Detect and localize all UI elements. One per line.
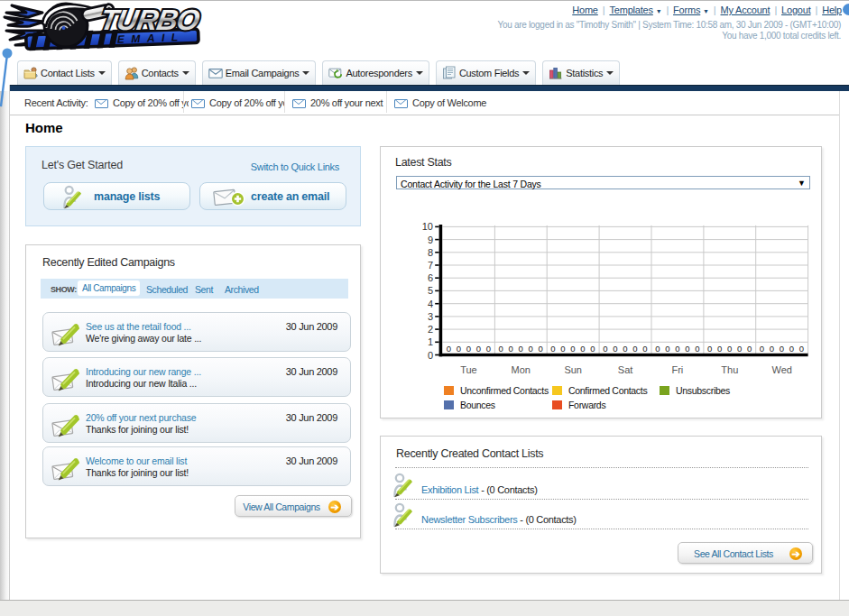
svg-text:Wed: Wed xyxy=(771,364,791,375)
svg-text:Tue: Tue xyxy=(460,364,477,375)
svg-text:0: 0 xyxy=(499,344,503,354)
svg-text:9: 9 xyxy=(428,234,433,245)
svg-text:0: 0 xyxy=(570,344,575,354)
svg-text:4: 4 xyxy=(428,299,433,309)
svg-text:0: 0 xyxy=(509,344,513,354)
svg-text:0: 0 xyxy=(789,344,794,354)
svg-text:10: 10 xyxy=(422,221,433,232)
svg-text:Unsubscribes: Unsubscribes xyxy=(676,385,730,396)
svg-text:1: 1 xyxy=(428,336,433,347)
svg-text:Forwards: Forwards xyxy=(568,400,605,410)
svg-text:TURBO: TURBO xyxy=(97,4,202,36)
svg-text:0: 0 xyxy=(685,344,689,354)
svg-text:3: 3 xyxy=(428,311,433,322)
svg-text:Fri: Fri xyxy=(671,364,683,375)
svg-text:0: 0 xyxy=(623,344,627,354)
svg-text:0: 0 xyxy=(590,344,595,354)
svg-text:0: 0 xyxy=(675,344,679,354)
svg-text:0: 0 xyxy=(613,344,617,354)
svg-text:0: 0 xyxy=(760,344,764,354)
svg-text:0: 0 xyxy=(770,344,774,354)
svg-text:0: 0 xyxy=(457,344,461,354)
svg-text:0: 0 xyxy=(717,344,722,354)
svg-text:6: 6 xyxy=(428,272,433,283)
svg-text:0: 0 xyxy=(655,344,660,354)
svg-text:0: 0 xyxy=(580,344,585,354)
svg-text:Thu: Thu xyxy=(721,364,738,375)
svg-text:0: 0 xyxy=(476,344,481,354)
svg-text:0: 0 xyxy=(665,344,669,354)
svg-text:8: 8 xyxy=(428,247,433,258)
svg-text:0: 0 xyxy=(428,350,433,361)
svg-text:0: 0 xyxy=(486,344,491,354)
svg-text:0: 0 xyxy=(780,344,784,354)
svg-text:0: 0 xyxy=(632,344,637,354)
svg-text:Bounces: Bounces xyxy=(460,400,495,410)
svg-text:Sat: Sat xyxy=(618,364,633,375)
svg-text:0: 0 xyxy=(447,344,451,354)
svg-text:0: 0 xyxy=(727,344,732,354)
svg-text:2: 2 xyxy=(428,324,433,335)
svg-text:Sun: Sun xyxy=(564,364,582,375)
svg-text:0: 0 xyxy=(519,344,523,354)
svg-text:0: 0 xyxy=(642,344,647,354)
svg-text:0: 0 xyxy=(695,344,699,354)
svg-text:0: 0 xyxy=(539,344,543,354)
svg-text:0: 0 xyxy=(799,344,804,354)
svg-text:Mon: Mon xyxy=(512,364,531,375)
svg-text:0: 0 xyxy=(707,344,712,354)
svg-text:7: 7 xyxy=(428,260,433,271)
svg-text:0: 0 xyxy=(747,344,752,354)
svg-text:5: 5 xyxy=(428,285,433,296)
svg-text:0: 0 xyxy=(603,344,607,354)
svg-text:0: 0 xyxy=(529,344,533,354)
svg-text:Confirmed Contacts: Confirmed Contacts xyxy=(568,385,647,396)
svg-text:0: 0 xyxy=(560,344,565,354)
svg-text:Unconfirmed Contacts: Unconfirmed Contacts xyxy=(460,385,549,396)
svg-text:0: 0 xyxy=(550,344,555,354)
svg-text:0: 0 xyxy=(737,344,742,354)
svg-text:0: 0 xyxy=(466,344,471,354)
